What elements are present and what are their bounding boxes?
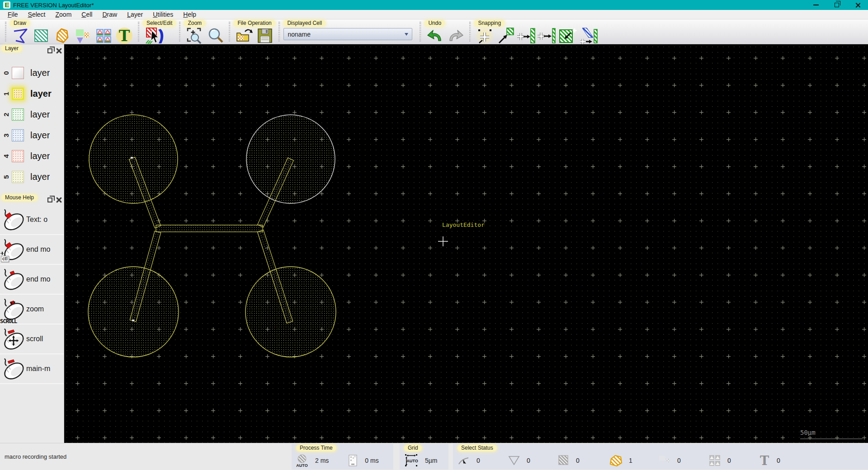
close-panel-icon[interactable] [55, 197, 62, 203]
displayed-cell-value: noname [288, 31, 311, 38]
magnifier-button[interactable] [205, 27, 226, 45]
window-title: FREE VERSION LayoutEditor* [13, 2, 94, 9]
snap-edge-button[interactable] [516, 27, 537, 45]
process-time-group: Process Time AUTO 2 ms 0 ms [292, 444, 393, 470]
cell-tool-button[interactable] [72, 27, 93, 45]
undo-button[interactable] [425, 27, 445, 45]
snap-grid-button[interactable] [474, 27, 495, 45]
minimize-icon [813, 5, 819, 5]
group-label-grid: Grid [404, 445, 422, 451]
menu-zoom[interactable]: Zoom [51, 11, 77, 18]
cell-select-icon [658, 455, 671, 466]
layer-row-3[interactable]: 3 layer [0, 125, 64, 146]
snap-diagonal-button[interactable] [578, 27, 599, 45]
zoom-window-button[interactable] [184, 27, 205, 45]
scale-label: 50µm [800, 429, 816, 436]
save-file-button[interactable] [255, 27, 275, 45]
group-label-displayed-cell: Displayed Cell [283, 20, 326, 27]
select-count: 0 [727, 457, 731, 464]
layer-label[interactable]: layer [30, 109, 50, 120]
cell-array-tool-button[interactable] [93, 27, 114, 45]
mouse-top-button-icon [0, 357, 26, 381]
box-tool-icon [32, 27, 50, 45]
toolbar-group-select-edit: Select/Edit [143, 20, 176, 45]
menu-file[interactable]: File [3, 11, 23, 18]
close-button[interactable] [847, 0, 868, 10]
mouse-help-panel: Mouse Help Text: o [0, 193, 64, 443]
redo-button[interactable] [445, 27, 466, 45]
layout-canvas[interactable]: LayoutEditor 50µm [64, 44, 868, 443]
group-label-zoom: Zoom [184, 20, 205, 27]
toolbar-drag-handle[interactable] [179, 22, 181, 42]
menu-select[interactable]: Select [23, 11, 51, 18]
auto-process-icon: AUTO [296, 453, 309, 468]
layer-swatch[interactable] [12, 88, 24, 100]
minimize-button[interactable] [806, 0, 826, 10]
layer-label[interactable]: layer [30, 68, 50, 78]
restore-icon [835, 3, 839, 7]
menu-draw[interactable]: Draw [97, 11, 122, 18]
box-select-icon [558, 455, 570, 466]
select-status-group: Select Status 0 0 0 [453, 444, 868, 470]
toolbar-drag-handle[interactable] [420, 22, 421, 42]
cell-text-element: LayoutEditor [442, 221, 485, 228]
layer-row-4[interactable]: 4 layer [0, 146, 64, 166]
open-file-icon [235, 27, 253, 45]
polygon-tool-button[interactable] [52, 27, 72, 45]
layer-label[interactable]: layer [30, 151, 50, 161]
snap-area-button[interactable] [557, 27, 578, 45]
grid-group: Grid AUTO 5µm [400, 444, 448, 470]
select-counter-polygon: 1 [608, 454, 658, 467]
float-panel-icon[interactable] [47, 197, 52, 202]
select-mode-button[interactable] [143, 27, 168, 45]
toolbar-drag-handle[interactable] [229, 22, 231, 42]
svg-text:T: T [119, 27, 130, 45]
snap-element-button[interactable] [495, 27, 516, 45]
float-panel-icon[interactable] [47, 48, 52, 53]
layer-swatch[interactable] [12, 171, 24, 183]
mouse-help-header: Mouse Help [0, 193, 64, 205]
select-counter-path: 0 [508, 455, 558, 466]
snap-line-icon [537, 27, 557, 45]
toolbar-drag-handle[interactable] [5, 22, 7, 42]
mouse-help-label: main-m [26, 365, 50, 373]
layer-label[interactable]: layer [30, 172, 50, 182]
polyline-tool-button[interactable] [10, 27, 31, 45]
menu-layer[interactable]: Layer [122, 11, 148, 18]
grid-value: 5µm [425, 457, 438, 464]
cell-array-tool-icon [94, 27, 113, 45]
layer-swatch[interactable] [12, 108, 24, 121]
toolbar-group-undo: Undo [425, 20, 466, 45]
layer-row-1[interactable]: 1 layer [0, 83, 64, 104]
toolbar-drag-handle[interactable] [138, 22, 140, 42]
layer-label[interactable]: layer [30, 130, 50, 141]
undo-icon [426, 27, 444, 45]
close-panel-icon[interactable] [55, 47, 62, 54]
menu-cell[interactable]: Cell [76, 11, 97, 18]
menu-help[interactable]: Help [178, 11, 201, 18]
layout-editor-window: FREE VERSION LayoutEditor* File Select Z… [0, 0, 868, 470]
layer-swatch[interactable] [12, 67, 24, 79]
layer-label[interactable]: layer [30, 89, 52, 99]
menu-utilities[interactable]: Utilities [148, 11, 178, 18]
svg-text:AUTO: AUTO [296, 463, 307, 468]
snap-line-button[interactable] [537, 27, 557, 45]
layer-swatch[interactable] [12, 129, 24, 141]
open-file-button[interactable] [234, 27, 255, 45]
layer-row-2[interactable]: 2 layer [0, 104, 64, 125]
box-tool-button[interactable] [31, 27, 52, 45]
restore-button[interactable] [826, 0, 847, 10]
mouse-help-title: Mouse Help [1, 194, 38, 201]
displayed-cell-combobox[interactable]: noname [283, 28, 412, 40]
layer-swatch[interactable] [12, 150, 24, 162]
layer-row-5[interactable]: 5 layer [0, 166, 64, 187]
toolbar-drag-handle[interactable] [278, 22, 280, 42]
toolbar-drag-handle[interactable] [469, 22, 471, 42]
text-tool-button[interactable]: T [114, 27, 135, 45]
layer-row-0[interactable]: 0 layer [0, 62, 64, 83]
chevron-down-icon [405, 33, 408, 36]
svg-text:T: T [760, 454, 769, 467]
mouse-help-row: end mo [0, 265, 64, 295]
cell-tool-icon [74, 27, 92, 45]
mouse-wheel-icon [0, 297, 26, 321]
